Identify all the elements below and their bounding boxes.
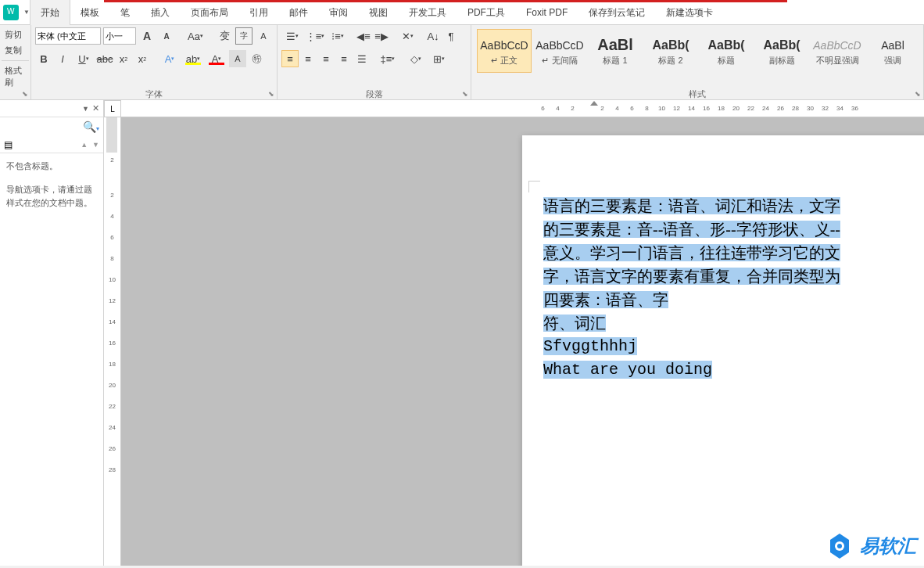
decrease-indent-button[interactable]: ◀≡	[355, 27, 372, 45]
app-icon[interactable]	[3, 5, 19, 20]
nav-empty-text: 不包含标题。	[6, 160, 97, 174]
highlight-button[interactable]: ab▾	[182, 50, 204, 67]
ruler-corner[interactable]: L	[104, 100, 121, 117]
ruler-v-ticks: 2246810121416182022242628	[104, 156, 120, 473]
app-menu-dropdown[interactable]: ▼	[23, 9, 30, 16]
align-center-button[interactable]: ≡	[299, 50, 317, 67]
style-tile-3[interactable]: AaBb(标题 2	[643, 29, 698, 73]
font-launcher-icon[interactable]: ⬊	[268, 90, 274, 98]
change-case-button[interactable]: Aa▾	[184, 27, 206, 45]
show-marks-button[interactable]: ¶	[442, 27, 460, 45]
line-spacing-button[interactable]: ‡≡▾	[377, 50, 399, 67]
style-tile-2[interactable]: AaBl标题 1	[588, 29, 643, 73]
bullets-button[interactable]: ☰▾	[281, 27, 303, 45]
nav-close-icon[interactable]: ✕	[92, 103, 99, 113]
justify-button[interactable]: ≡	[335, 50, 353, 67]
nav-dropdown-icon[interactable]: ▼	[82, 105, 89, 113]
font-size-select[interactable]	[103, 27, 136, 45]
numbering-button[interactable]: ⋮≡▾	[304, 27, 326, 45]
sort-button[interactable]: A↓	[424, 27, 442, 45]
nav-up-icon[interactable]: ▲	[81, 141, 88, 149]
borders-button[interactable]: ⊞▾	[428, 50, 449, 67]
paragraph-launcher-icon[interactable]: ⬊	[462, 90, 468, 98]
text-effects-button[interactable]: A▾	[159, 50, 181, 67]
ribbon-tabs: ▼ 开始 模板 笔 插入 页面布局 引用 邮件 审阅 视图 开发工具 PDF工具…	[0, 0, 924, 25]
tab-references[interactable]: 引用	[239, 0, 279, 25]
watermark-text: 易软汇	[860, 534, 916, 559]
nav-down-icon[interactable]: ▼	[92, 141, 99, 149]
format-painter-button[interactable]: 格式刷	[2, 63, 29, 90]
tab-view[interactable]: 视图	[359, 0, 399, 25]
style-tile-0[interactable]: AaBbCcD↵ 正文	[477, 29, 532, 73]
font-group-label: 字体	[145, 89, 163, 99]
bold-button[interactable]: B	[35, 50, 52, 67]
text-selection-p2: Sfvggthhhj	[543, 337, 637, 355]
paragraph-group-label: 段落	[366, 89, 383, 99]
styles-launcher-icon[interactable]: ⬊	[915, 90, 921, 98]
indent-marker-icon[interactable]	[590, 101, 598, 106]
font-color-button[interactable]: A▾	[206, 50, 227, 67]
tab-pen[interactable]: 笔	[110, 0, 141, 25]
shading-button[interactable]: ◇▾	[405, 50, 427, 67]
document-page[interactable]: 语言的三要素是：语音、词汇和语法，文字的三要素是：音--语音、形--字符形状、义…	[522, 135, 924, 566]
strike-button[interactable]: abc	[96, 50, 113, 67]
shrink-font-button[interactable]: A	[158, 27, 175, 45]
tab-new[interactable]: 新建选项卡	[656, 0, 724, 25]
align-right-button[interactable]: ≡	[317, 50, 335, 67]
title-bar-red	[104, 0, 787, 2]
pinyin-button[interactable]: 变	[216, 27, 233, 45]
italic-button[interactable]: I	[54, 50, 71, 67]
tab-mail[interactable]: 邮件	[279, 0, 319, 25]
group-clipboard: 剪切 复制 格式刷 ⬊	[0, 25, 31, 99]
margin-corner-tl	[528, 181, 540, 192]
text-selection-p3: What are you doing	[543, 361, 712, 379]
tab-template[interactable]: 模板	[70, 0, 110, 25]
style-tile-5[interactable]: AaBb(副标题	[754, 29, 809, 73]
svg-point-1	[837, 544, 842, 548]
cut-button[interactable]: 剪切	[2, 27, 29, 42]
ruler-horizontal[interactable]: 64224681012141618202224262830323436	[121, 100, 924, 117]
search-icon[interactable]: 🔍▾	[83, 120, 99, 133]
document-content[interactable]: 语言的三要素是：语音、词汇和语法，文字的三要素是：音--语音、形--字符形状、义…	[543, 194, 924, 382]
clipboard-launcher-icon[interactable]: ⬊	[22, 90, 28, 98]
style-tile-6[interactable]: AaBbCcD不明显强调	[810, 29, 865, 73]
superscript-button[interactable]: x2	[134, 50, 151, 67]
text-selection-p1-tail: 符、词汇	[543, 315, 606, 332]
multilevel-button[interactable]: ⁝≡▾	[327, 27, 349, 45]
tab-insert[interactable]: 插入	[141, 0, 181, 25]
group-font: A A Aa▾ 变 字 A B I U▾ abc x2 x2 A▾ ab▾ A▾	[31, 25, 278, 99]
font-name-select[interactable]	[35, 27, 101, 45]
nav-view-icon[interactable]: ▤	[4, 139, 13, 150]
char-shading-button[interactable]: A	[255, 27, 272, 45]
char-border-button[interactable]: 字	[235, 27, 252, 45]
enclosed-char-button[interactable]: ㊕	[248, 50, 265, 67]
tab-layout[interactable]: 页面布局	[181, 0, 239, 25]
ribbon: 剪切 复制 格式刷 ⬊ A A Aa▾ 变 字 A B I U	[0, 25, 924, 100]
watermark-icon	[826, 532, 854, 560]
tab-foxit[interactable]: Foxit PDF	[516, 0, 578, 25]
navigation-pane: ▼ ✕ 🔍▾ ▤ ▲ ▼ 不包含标题。 导航选项卡，请通过题样式在您的文档中题。	[0, 100, 104, 566]
copy-button[interactable]: 复制	[2, 43, 29, 58]
group-styles: AaBbCcD↵ 正文AaBbCcD↵ 无间隔AaBl标题 1AaBb(标题 2…	[471, 25, 924, 99]
nav-hint-text: 导航选项卡，请通过题样式在您的文档中题。	[6, 183, 97, 210]
tab-review[interactable]: 审阅	[319, 0, 359, 25]
editor-area: L 64224681012141618202224262830323436 22…	[104, 100, 924, 566]
ruler-vertical[interactable]: 2246810121416182022242628	[104, 117, 121, 566]
tab-developer[interactable]: 开发工具	[399, 0, 457, 25]
style-tile-1[interactable]: AaBbCcD↵ 无间隔	[532, 29, 587, 73]
subscript-button[interactable]: x2	[115, 50, 132, 67]
text-direction-button[interactable]: ✕▾	[396, 27, 418, 45]
distribute-button[interactable]: ☰	[353, 50, 371, 67]
increase-indent-button[interactable]: ≡▶	[373, 27, 390, 45]
grow-font-button[interactable]: A	[138, 27, 156, 45]
group-paragraph: ☰▾ ⋮≡▾ ⁝≡▾ ◀≡ ≡▶ ✕▾ A↓ ¶ ≡ ≡ ≡ ≡ ☰ ‡≡▾	[278, 25, 471, 99]
underline-button[interactable]: U▾	[73, 50, 95, 67]
char-shade-button[interactable]: A	[229, 50, 246, 67]
align-left-button[interactable]: ≡	[281, 50, 299, 67]
styles-gallery: AaBbCcD↵ 正文AaBbCcD↵ 无间隔AaBl标题 1AaBb(标题 2…	[475, 27, 922, 74]
tab-cloud[interactable]: 保存到云笔记	[578, 0, 656, 25]
style-tile-7[interactable]: AaBl强调	[865, 29, 920, 73]
tab-home[interactable]: 开始	[30, 0, 70, 25]
tab-pdf-tools[interactable]: PDF工具	[457, 0, 516, 25]
style-tile-4[interactable]: AaBb(标题	[699, 29, 754, 73]
